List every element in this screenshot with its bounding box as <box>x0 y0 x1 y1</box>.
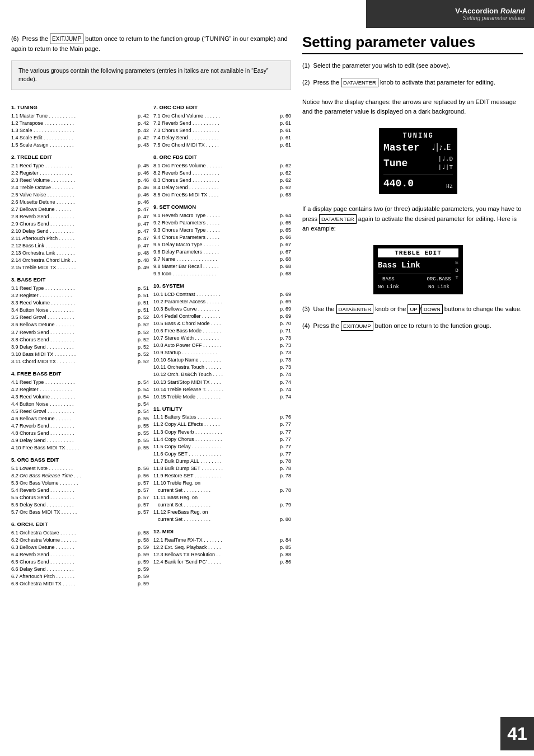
toc-item: 10.6 Free Bass Mode . . . . . . .p. 71 <box>153 327 291 335</box>
toc-item: 7.3 Chorus Send . . . . . . . . . .p. 61 <box>153 127 291 134</box>
toc-item: 11.1 Battery Status . . . . . . . . .p. … <box>153 414 291 421</box>
toc-section-10: 10. SYSTEM <box>153 282 291 290</box>
lcd1-caption: If a display page contains two (or three… <box>302 204 523 234</box>
data-enter-key-3: DATA/ENTER <box>336 304 374 314</box>
toc-item: 11.10 Treble Reg. on <box>153 480 291 487</box>
toc-item: 5.2 Orc Bass Release Time . . .p. 56 <box>11 472 149 480</box>
toc-section-12: 12. MIDI <box>153 528 291 536</box>
toc-item: 2.9 Chorus Send . . . . . . . . .p. 47 <box>11 220 149 228</box>
toc-item: 4.4 Button Noise . . . . . . . . .p. 54 <box>11 401 149 408</box>
toc-item: 2.5 Valve Noise . . . . . . . . . .p. 46 <box>11 191 149 199</box>
toc-item: 11.7 Bulk Dump ALL . . . . . . . .p. 78 <box>153 458 291 465</box>
step6-text: (6) Press the EXIT/JUMP button once to r… <box>11 34 291 54</box>
down-key: DOWN <box>421 304 443 314</box>
toc-item: 7.5 Orc Chord MIDI TX . . . . .p. 61 <box>153 142 291 149</box>
toc-item: 5.4 Reverb Send . . . . . . . . .p. 57 <box>11 487 149 494</box>
toc-item: 1.1 Master Tune . . . . . . . . . .p. 42 <box>11 112 149 120</box>
toc-item: 1.2 Transpose . . . . . . . . . . .p. 42 <box>11 120 149 127</box>
product-name: V-Accordion <box>455 7 498 15</box>
header-subtitle: Setting parameter values <box>463 15 525 21</box>
toc-item: 4.7 Reverb Send . . . . . . . . .p. 55 <box>11 422 149 430</box>
toc-item: 2.7 Bellows Detune . . . . . .p. 47 <box>11 206 149 213</box>
toc-section-2: 2. TREBLE EDIT <box>11 153 149 161</box>
right-column: Setting parameter values (1) Select the … <box>302 34 523 588</box>
toc-section-9: 9. SET COMMON <box>153 203 291 211</box>
product-title: V-Accordion Roland <box>455 7 525 15</box>
data-enter-key: DATA/ENTER <box>341 78 378 87</box>
toc-section-3: 3. BASS EDIT <box>11 276 149 284</box>
toc-item: 4.10 Free Bass MIDI TX . . . . .p. 55 <box>11 444 149 452</box>
toc-item: 7.2 Reverb Send . . . . . . . . . .p. 61 <box>153 120 291 127</box>
section-title: Setting parameter values <box>302 34 523 54</box>
toc-item: 4.5 Reed Growl . . . . . . . . . .p. 54 <box>11 408 149 415</box>
toc-section-5: 5. ORC BASS EDIT <box>11 456 149 464</box>
toc-section-11: 11. UTILITY <box>153 405 291 413</box>
page-number: 41 <box>500 717 534 750</box>
data-enter-key-2: DATA/ENTER <box>319 214 357 224</box>
lcd2-orcbass-label: ORC.BASS <box>427 276 451 284</box>
toc-item: 11.11 Bass Reg. on <box>153 494 291 501</box>
toc-item: 11.4 Copy Chorus . . . . . . . . . .p. 7… <box>153 436 291 443</box>
toc-item: 10.2 Parameter Access . . . . . .p. 69 <box>153 298 291 306</box>
toc-item: 4.6 Bellows Detune . . . . . .p. 55 <box>11 415 149 422</box>
brand-name: Roland <box>500 7 525 15</box>
lcd-master-label: Master <box>383 141 420 155</box>
toc-item: 5.6 Delay Send . . . . . . . . . .p. 57 <box>11 501 149 509</box>
lcd2-letter-t: T <box>456 275 458 283</box>
toc-item: 8.1 Orc FreeBs Volume . . . . . .p. 62 <box>153 162 291 170</box>
toc-item: 6.2 Orchestra Volume . . . . . .p. 58 <box>11 537 149 544</box>
toc-item: 2.1 Reed Type . . . . . . . . . .p. 45 <box>11 162 149 170</box>
toc-item: 1.4 Scale Edit . . . . . . . . . . .p. 4… <box>11 134 149 142</box>
lcd-row-1: Master ♩|♪.E <box>383 141 453 155</box>
toc-item: 3.6 Bellows Detune . . . . . . .p. 52 <box>11 321 149 328</box>
toc-item: 5.1 Lowest Note . . . . . . . . .p. 56 <box>11 465 149 472</box>
toc-item: 10.15 Treble Mode . . . . . . . . .p. 74 <box>153 393 291 401</box>
step-3: (3) Use the DATA/ENTER knob or the UP/DO… <box>302 304 523 314</box>
lcd-tune-label: Tune <box>383 157 407 171</box>
lcd-display-1: TUNING Master ♩|♪.E Tune |♩.D |♩|T 440.0… <box>379 128 457 194</box>
lcd2-bottom: BASS No Link ORC.BASS No Link <box>378 274 451 291</box>
toc-item: 11.5 Copy Delay . . . . . . . . . . .p. … <box>153 443 291 450</box>
toc-item: 8.5 Orc FreeBs MIDI TX . . . .p. 63 <box>153 191 291 199</box>
toc-item: 4.1 Reed Type . . . . . . . . . . .p. 54 <box>11 379 149 386</box>
lcd2-letter-d: D <box>456 267 458 275</box>
toc-item: 2.10 Delay Send . . . . . . . . .p. 47 <box>11 228 149 235</box>
lcd2-bass-label: BASS <box>378 276 399 284</box>
lcd-unit: Hz <box>446 183 453 191</box>
lcd-value: 440.0 <box>383 177 414 191</box>
toc-item: 11.3 Copy Reverb . . . . . . . . . .p. 7… <box>153 429 291 436</box>
toc-item: 2.12 Bass Link . . . . . . . . . . .p. 4… <box>11 242 149 250</box>
toc-item: 2.3 Reed Volume . . . . . . . . .p. 46 <box>11 177 149 184</box>
toc-item: 10.3 Bellows Curve . . . . . . . .p. 69 <box>153 306 291 313</box>
toc-item: 9.5 Delay Macro Type . . . . . .p. 67 <box>153 241 291 248</box>
toc-item: 9.3 Chorus Macro Type . . . . .p. 65 <box>153 227 291 234</box>
toc-item: 3.11 Chord MIDI TX . . . . . . .p. 52 <box>11 358 149 365</box>
up-key: UP <box>407 304 419 314</box>
toc-col-2: 7. ORC CHD EDIT 7.1 Orc Chord Volume . .… <box>153 99 291 588</box>
toc-item: 2.15 Treble MIDI TX . . . . . . .p. 49 <box>11 264 149 271</box>
toc-wrapper: 1. TUNING 1.1 Master Tune . . . . . . . … <box>11 99 291 588</box>
toc-item: 8.3 Chorus Send . . . . . . . . . .p. 62 <box>153 177 291 184</box>
toc-item: 3.2 Register . . . . . . . . . . . .p. 5… <box>11 292 149 299</box>
exit-jump-key-2: EXIT/JUMP <box>341 321 373 331</box>
toc-item: 3.3 Reed Volume . . . . . . . . .p. 51 <box>11 299 149 307</box>
toc-item: 6.3 Bellows Detune . . . . . . .p. 59 <box>11 544 149 551</box>
toc-item: 9.2 Reverb Parameters . . . . .p. 65 <box>153 219 291 227</box>
toc-item: 4.2 Register . . . . . . . . . . . .p. 5… <box>11 386 149 393</box>
exit-jump-key: EXIT/JUMP <box>50 34 83 44</box>
toc-item: 8.2 Reverb Send . . . . . . . . . .p. 62 <box>153 170 291 177</box>
lcd-title-tuning: TUNING <box>383 132 453 141</box>
step-4: (4) Press the EXIT/JUMP button once to r… <box>302 321 523 331</box>
toc-item: 9.9 Icon . . . . . . . . . . . . . . . .… <box>153 270 291 278</box>
toc-item: 6.8 Orchestra MIDI TX . . . . .p. 59 <box>11 580 149 588</box>
toc-item: 5.7 Orc Bass MIDI TX . . . . . .p. 57 <box>11 509 149 516</box>
lcd2-title: TREBLE EDIT <box>378 248 458 258</box>
toc-item: 5.5 Chorus Send . . . . . . . . .p. 57 <box>11 494 149 501</box>
toc-item: 2.13 Orchestra Link . . . . . . .p. 48 <box>11 250 149 257</box>
toc-item: 2.14 Orchestra Chord Link . .p. 48 <box>11 257 149 264</box>
toc-section-8: 8. ORC FBS EDIT <box>153 153 291 161</box>
toc-item: 8.4 Delay Send . . . . . . . . . . .p. 6… <box>153 184 291 191</box>
toc-item: 10.10 Startup Name . . . . . . . .p. 73 <box>153 356 291 364</box>
toc-item: 9.4 Chorus Parameters . . . . .p. 66 <box>153 234 291 241</box>
toc-item: 11.2 Copy ALL Effects . . . . . .p. 77 <box>153 421 291 428</box>
